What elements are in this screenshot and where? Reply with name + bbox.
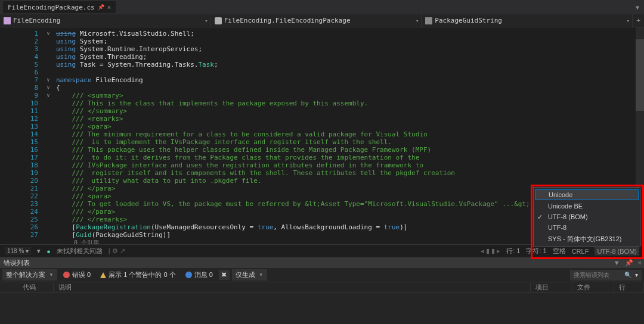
issues-ok-icon: ● [47, 248, 51, 255]
close-tab-icon[interactable]: × [107, 4, 112, 11]
encoding-option[interactable]: Unicode [535, 189, 639, 200]
fold-marker[interactable]: ∨ [43, 76, 54, 84]
fold-marker [43, 61, 54, 68]
encoding-label: Unicode [549, 191, 572, 198]
nav-namespace-label: FileEncoding [13, 17, 60, 24]
col-file[interactable]: 文件 [572, 283, 614, 292]
line-number: 19 [0, 169, 43, 177]
fold-marker [43, 169, 54, 177]
fold-marker [43, 53, 54, 61]
issues-status[interactable]: 未找到相关问题 [57, 247, 103, 256]
fold-marker [43, 208, 54, 216]
error-icon [63, 272, 70, 278]
tab-overflow-icon[interactable]: ▼ [636, 4, 644, 11]
line-number: 15 [0, 138, 43, 146]
fold-marker [43, 161, 54, 169]
cursor-char[interactable]: 字符: 1 [526, 247, 546, 256]
fold-marker [43, 216, 54, 223]
line-ending[interactable]: CRLF [572, 248, 589, 255]
col-line[interactable]: 行 [614, 283, 644, 292]
encoding-label: Unicode BE [548, 202, 583, 210]
fold-marker [43, 231, 54, 239]
encoding-option[interactable]: Unicode BE [534, 201, 640, 211]
code-filter-icon[interactable]: ✖ [219, 270, 230, 280]
line-number-gutter: 1234567891011121314151617181920212223242… [0, 27, 43, 244]
line-number: 25 [0, 216, 43, 223]
error-list-columns: 代码 说明 项目 文件 行 [0, 282, 644, 293]
panel-close-icon[interactable]: × [636, 257, 644, 268]
error-search[interactable]: 搜索错误列表🔍▾ [570, 270, 642, 281]
col-project[interactable]: 项目 [531, 283, 572, 292]
fold-column: ∨∨∨∨ [43, 27, 54, 239]
add-button[interactable]: + [632, 14, 644, 27]
nav-class[interactable]: FileEncoding.FileEncodingPackage ▾ [210, 14, 422, 27]
nav-class-label: FileEncoding.FileEncodingPackage [224, 17, 351, 24]
error-list-header: 错误列表 ▼ 📌 × [0, 257, 644, 268]
line-number: 17 [0, 154, 43, 161]
tab-label: FileEncodingPackage.cs [8, 4, 95, 11]
line-number: 18 [0, 161, 43, 169]
build-filter[interactable]: 仅生成▼ [232, 269, 267, 281]
search-icon: 🔍 [624, 272, 631, 278]
check-icon: ✓ [537, 213, 543, 221]
fold-marker[interactable]: ∨ [43, 92, 54, 99]
navigation-bar: FileEncoding ▾ FileEncoding.FileEncoding… [0, 14, 644, 27]
scrollbar-thumb[interactable] [636, 39, 644, 111]
line-number: 3 [0, 45, 43, 53]
line-number: 23 [0, 200, 43, 208]
scope-combo[interactable]: 整个解决方案▼ [2, 269, 57, 281]
error-list-toolbar: 整个解决方案▼ 错误 0 展示 1 个警告中的 0 个 消息 0 ✖ 仅生成▼ … [0, 268, 644, 282]
line-number: 20 [0, 177, 43, 185]
messages-filter[interactable]: 消息 0 [182, 269, 216, 281]
nav-member[interactable]: PackageGuidString ▾ [421, 14, 632, 27]
line-number: 27 [0, 231, 43, 239]
encoding-label: UTF-8 (BOM) [548, 213, 588, 220]
encoding-label: UTF-8 [548, 224, 566, 231]
encoding-label: SYS - 简体中文(GB2312) [548, 235, 621, 242]
fold-marker[interactable]: ∨ [43, 84, 54, 92]
line-number: 8 [0, 84, 43, 92]
pin-icon[interactable]: 📌 [98, 4, 104, 10]
fold-marker [43, 107, 54, 115]
line-number: 9 [0, 92, 43, 99]
fold-marker [43, 115, 54, 123]
line-number: 1 [0, 30, 43, 38]
fold-marker [43, 192, 54, 200]
line-number: 14 [0, 130, 43, 138]
col-code[interactable]: 代码 [18, 283, 54, 292]
file-tab[interactable]: FileEncodingPackage.cs 📌 × [3, 1, 116, 13]
encoding-option[interactable]: UTF-8 [534, 222, 640, 233]
line-number: 2 [0, 38, 43, 45]
fold-marker [43, 99, 54, 107]
namespace-icon [4, 17, 11, 24]
error-list-body [0, 293, 644, 324]
fold-marker [43, 45, 54, 53]
line-number: 21 [0, 185, 43, 192]
warnings-filter[interactable]: 展示 1 个警告中的 0 个 [97, 269, 179, 281]
line-number: 24 [0, 208, 43, 216]
line-number: 12 [0, 115, 43, 123]
line-number: 7 [0, 76, 43, 84]
nav-namespace[interactable]: FileEncoding ▾ [0, 14, 210, 27]
indent-mode[interactable]: 空格 [553, 247, 566, 256]
cursor-line[interactable]: 行: 1 [506, 247, 520, 256]
fold-marker [43, 138, 54, 146]
col-desc[interactable]: 说明 [54, 283, 531, 292]
class-icon [215, 17, 222, 24]
panel-dropdown-icon[interactable]: ▼ [611, 257, 623, 268]
fold-marker [43, 38, 54, 45]
panel-pin-icon[interactable]: 📌 [623, 257, 636, 268]
line-number: 5 [0, 61, 43, 68]
zoom-level[interactable]: 118 % ▾ [5, 247, 31, 255]
file-encoding[interactable]: UTF-8 (BOM) [595, 247, 639, 256]
errors-filter[interactable]: 错误 0 [60, 269, 94, 281]
nav-member-label: PackageGuidString [435, 17, 502, 24]
member-icon [425, 17, 432, 24]
encoding-option[interactable]: SYS - 简体中文(GB2312) [534, 233, 640, 245]
line-number: 10 [0, 99, 43, 107]
encoding-option[interactable]: ✓UTF-8 (BOM) [534, 211, 640, 222]
fold-marker[interactable]: ∨ [43, 30, 54, 38]
encoding-menu: UnicodeUnicode BE✓UTF-8 (BOM)UTF-8SYS - … [533, 187, 640, 247]
tab-bar: FileEncodingPackage.cs 📌 × ▼ [0, 0, 644, 14]
warning-icon [100, 272, 106, 278]
